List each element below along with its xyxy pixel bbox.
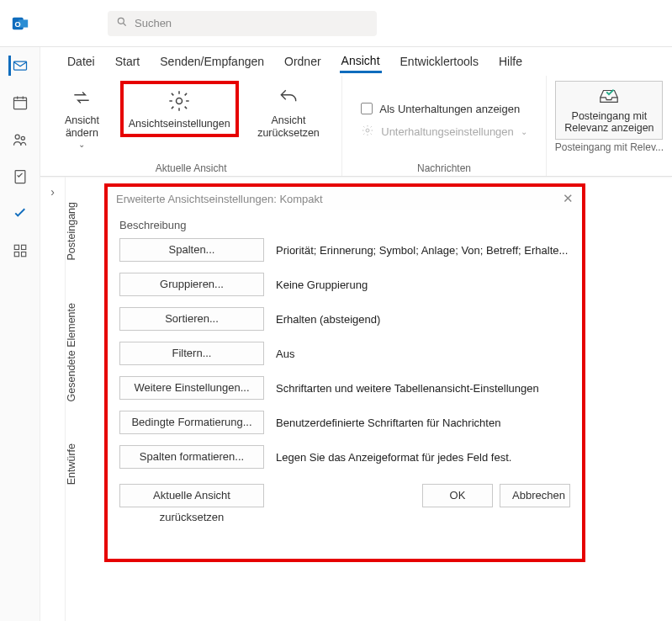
rail-people-icon[interactable] — [10, 130, 30, 150]
outlook-icon: O — [0, 14, 40, 33]
chevron-down-icon: ⌄ — [78, 140, 85, 150]
dialog-row-other-settings: Weitere Einstellungen... Schriftarten un… — [119, 376, 570, 400]
format-columns-button[interactable]: Spalten formatieren... — [119, 445, 264, 469]
dialog-footer: Aktuelle Ansicht zurücksetzen OK Abbrech… — [119, 484, 570, 507]
dialog-row-conditional-formatting: Bedingte Formatierung... Benutzerdefinie… — [119, 411, 570, 434]
focused-inbox-button[interactable]: Posteingang mit Relevanz anzeigen — [555, 81, 663, 140]
title-bar: O Suchen — [0, 0, 672, 47]
menu-tabs: Datei Start Senden/Empfangen Ordner Ansi… — [59, 47, 531, 76]
chevron-down-icon: ⌄ — [521, 127, 527, 136]
columns-desc: Priorität; Erinnerung; Symbol; Anlage; V… — [276, 244, 570, 257]
svg-rect-12 — [15, 171, 25, 183]
rail-calendar-icon[interactable] — [10, 93, 30, 113]
tab-devtools[interactable]: Entwicklertools — [399, 51, 480, 72]
sort-desc: Erhalten (absteigend) — [276, 313, 570, 326]
close-icon[interactable]: ✕ — [563, 191, 574, 206]
search-placeholder: Suchen — [135, 17, 172, 29]
dialog-row-format-columns: Spalten formatieren... Legen Sie das Anz… — [119, 445, 570, 469]
svg-point-18 — [366, 129, 369, 132]
reset-current-view-button[interactable]: Aktuelle Ansicht zurücksetzen — [119, 484, 264, 507]
filter-button[interactable]: Filtern... — [119, 342, 264, 365]
vtab-sent[interactable]: Gesendete Elemente — [66, 303, 87, 401]
svg-rect-16 — [21, 252, 25, 257]
svg-rect-6 — [13, 98, 26, 109]
left-rail — [0, 47, 40, 621]
svg-line-4 — [124, 24, 126, 26]
rail-mail-icon[interactable] — [8, 56, 29, 76]
format-columns-desc: Legen Sie das Anzeigeformat für jedes Fe… — [276, 451, 570, 464]
rail-apps-icon[interactable] — [10, 241, 30, 261]
svg-text:O: O — [15, 19, 21, 28]
conditional-formatting-desc: Benutzerdefinierte Schriftarten für Nach… — [276, 417, 570, 429]
search-input[interactable]: Suchen — [108, 11, 377, 36]
view-settings-dialog: Erweiterte Ansichtseinstellungen: Kompak… — [104, 183, 585, 562]
dialog-title: Erweiterte Ansichtseinstellungen: Kompak… — [116, 193, 323, 205]
ribbon-group-current-view: Ansicht ändern ⌄ Ansichtseinstellungen A… — [40, 76, 342, 176]
conversation-settings-label: Unterhaltungseinstellungen — [381, 125, 514, 138]
tab-view[interactable]: Ansicht — [340, 50, 382, 73]
view-settings-label: Ansichtseinstellungen — [129, 118, 230, 130]
checkbox-icon — [361, 103, 373, 114]
svg-rect-13 — [14, 245, 19, 249]
other-settings-button[interactable]: Weitere Einstellungen... — [119, 376, 264, 400]
inbox-check-icon — [597, 87, 621, 107]
dialog-row-columns: Spalten... Priorität; Erinnerung; Symbol… — [119, 238, 570, 262]
svg-point-10 — [15, 135, 19, 139]
group-label-focused-inbox: Posteingang mit Relev... — [555, 141, 664, 153]
columns-button[interactable]: Spalten... — [119, 238, 264, 262]
svg-point-17 — [177, 98, 183, 104]
tab-file[interactable]: Datei — [66, 51, 97, 72]
view-settings-button[interactable]: Ansichtseinstellungen — [120, 81, 239, 137]
group-button[interactable]: Gruppieren... — [119, 273, 264, 296]
search-icon — [116, 16, 128, 30]
tab-start[interactable]: Start — [114, 51, 142, 72]
dialog-section-label: Beschreibung — [119, 219, 570, 231]
group-label-current-view: Aktuelle Ansicht — [156, 162, 227, 174]
ribbon-group-messages: Als Unterhaltungen anzeigen Unterhaltung… — [342, 76, 547, 176]
rail-tasks-icon[interactable] — [10, 167, 30, 187]
svg-rect-14 — [21, 245, 25, 249]
undo-icon — [275, 84, 302, 111]
dialog-row-filter: Filtern... Aus — [119, 342, 570, 365]
show-conversations-checkbox[interactable]: Als Unterhaltungen anzeigen — [361, 103, 527, 115]
folder-vertical-tabs: Posteingang Gesendete Elemente Entwürfe — [66, 177, 87, 621]
tab-folder[interactable]: Ordner — [283, 51, 323, 72]
sort-button[interactable]: Sortieren... — [119, 307, 264, 331]
show-conversations-label: Als Unterhaltungen anzeigen — [379, 103, 520, 115]
change-view-button[interactable]: Ansicht ändern ⌄ — [49, 81, 115, 153]
gear-icon — [166, 88, 193, 114]
dialog-row-group: Gruppieren... Keine Gruppierung — [119, 273, 570, 296]
vtab-inbox[interactable]: Posteingang — [66, 202, 87, 261]
focused-inbox-label: Posteingang mit Relevanz anzeigen — [563, 110, 655, 134]
svg-rect-5 — [13, 61, 26, 70]
other-settings-desc: Schriftarten und weitere Tabellenansicht… — [276, 382, 570, 395]
conditional-formatting-button[interactable]: Bedingte Formatierung... — [119, 411, 264, 434]
svg-point-3 — [118, 18, 124, 24]
chevron-right-icon: › — [50, 185, 55, 199]
tab-help[interactable]: Hilfe — [497, 51, 524, 72]
ribbon: Ansicht ändern ⌄ Ansichtseinstellungen A… — [40, 76, 672, 177]
cancel-button[interactable]: Abbrechen — [500, 484, 570, 507]
reset-view-label: Ansicht zurücksetzen — [249, 114, 329, 140]
conversation-settings-dropdown[interactable]: Unterhaltungseinstellungen ⌄ — [361, 124, 527, 140]
svg-rect-15 — [14, 252, 19, 257]
dialog-row-sort: Sortieren... Erhalten (absteigend) — [119, 307, 570, 331]
svg-point-11 — [21, 136, 24, 140]
ok-button[interactable]: OK — [422, 484, 493, 507]
collapse-nav-button[interactable]: › — [40, 177, 66, 621]
group-desc: Keine Gruppierung — [276, 279, 570, 291]
vtab-drafts[interactable]: Entwürfe — [66, 443, 87, 485]
dialog-titlebar: Erweiterte Ansichtseinstellungen: Kompak… — [108, 187, 582, 210]
change-view-label: Ansicht ändern — [54, 114, 110, 140]
filter-desc: Aus — [276, 348, 570, 360]
ribbon-group-focused-inbox: Posteingang mit Relevanz anzeigen Postei… — [547, 76, 672, 176]
reset-view-button[interactable]: Ansicht zurücksetzen — [244, 81, 334, 143]
gear-small-icon — [361, 124, 374, 140]
group-label-messages: Nachrichten — [417, 162, 471, 174]
exchange-icon — [68, 84, 95, 111]
rail-todo-icon[interactable] — [10, 204, 30, 224]
tab-sendrecv[interactable]: Senden/Empfangen — [158, 51, 266, 72]
